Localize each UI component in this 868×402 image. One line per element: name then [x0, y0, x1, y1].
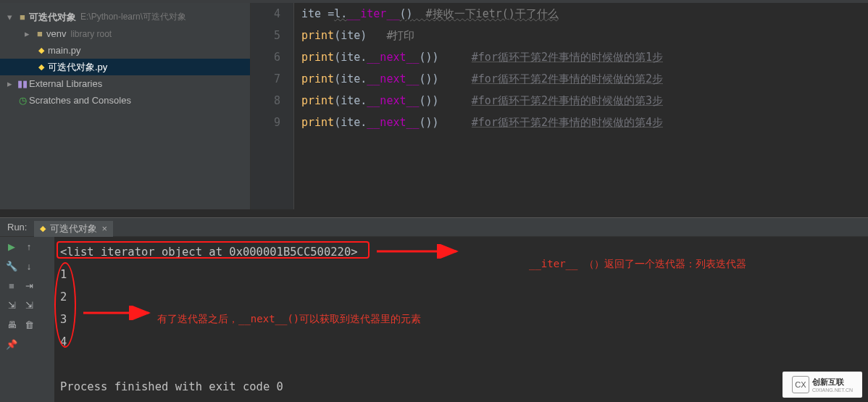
project-path: E:\Python-learn\可迭代对象	[80, 11, 186, 23]
scratches-label: Scratches and Consoles	[29, 95, 131, 106]
top-pane: ▾ ■ 可迭代对象 E:\Python-learn\可迭代对象 ▸ ■ venv…	[0, 3, 868, 209]
venv-note: library root	[70, 29, 112, 39]
up-icon[interactable]: ↑	[27, 241, 32, 252]
rerun-icon[interactable]: ▶	[8, 241, 15, 252]
file-label: 可迭代对象.py	[48, 61, 107, 74]
console-line: 4	[60, 331, 862, 353]
chevron-right-icon[interactable]: ▸	[7, 78, 16, 89]
file-label: main.py	[48, 45, 81, 56]
line-gutter: 4 5 6 7 8 9	[251, 3, 294, 209]
line-number: 6	[251, 46, 280, 68]
wrench-icon[interactable]: 🔧	[6, 261, 17, 272]
code-line: print(ite.__next__()) #for循环干第2件事情的时候做的第…	[301, 46, 868, 68]
watermark-logo: CX	[792, 376, 809, 393]
code-line: print(ite.__next__()) #for循环干第2件事情的时候做的第…	[301, 90, 868, 112]
python-file-icon: ◆	[40, 224, 46, 233]
run-tab-label: 可迭代对象	[50, 222, 97, 235]
file-active[interactable]: ◆ 可迭代对象.py	[0, 59, 250, 75]
print-icon[interactable]: 🖶	[7, 319, 17, 330]
scratches-node[interactable]: ◷ Scratches and Consoles	[0, 92, 250, 109]
run-tab-bar: Run: ◆ 可迭代对象 ×	[0, 218, 868, 237]
arrow-right-icon	[83, 306, 156, 320]
scratches-icon: ◷	[16, 95, 29, 106]
down-icon[interactable]: ↓	[27, 261, 32, 272]
venv-node[interactable]: ▸ ■ venv library root	[0, 25, 250, 42]
code-line: ite =l.__iter__() #接收一下ietr()干了什么	[301, 3, 868, 25]
watermark: CX 创新互联 CIXIANG.NET.CN	[783, 372, 862, 398]
run-tab[interactable]: ◆ 可迭代对象 ×	[34, 221, 113, 237]
arrow-right-icon	[377, 244, 464, 259]
project-name: 可迭代对象	[29, 11, 76, 24]
line-number: 8	[251, 90, 280, 112]
exit-icon[interactable]: ⇲	[8, 300, 16, 311]
annotation-text-1: __iter__ （）返回了一个迭代器：列表迭代器	[529, 253, 746, 275]
blank-line	[60, 353, 862, 376]
scroll-icon[interactable]: ⇲	[25, 300, 33, 311]
watermark-sub: CIXIANG.NET.CN	[812, 388, 853, 393]
console-line: Process finished with exit code 0	[60, 376, 862, 398]
run-panel: Run: ◆ 可迭代对象 × ▶ 🔧 ■ ⇲ 🖶 📌 ↑ ↓ ⇥ ⇲ 🗑	[0, 217, 868, 402]
line-number: 7	[251, 68, 280, 90]
external-label: External Libraries	[29, 78, 102, 89]
chevron-down-icon[interactable]: ▾	[7, 12, 16, 22]
code-line: print(ite.__next__()) #for循环干第2件事情的时候做的第…	[301, 68, 868, 90]
console-line: 2	[60, 286, 862, 309]
external-libraries[interactable]: ▸ ▮▮ External Libraries	[0, 75, 250, 92]
folder-icon: ■	[33, 28, 46, 39]
trash-icon[interactable]: 🗑	[25, 319, 34, 330]
project-tree: ▾ ■ 可迭代对象 E:\Python-learn\可迭代对象 ▸ ■ venv…	[0, 3, 251, 209]
run-toolbar: ▶ 🔧 ■ ⇲ 🖶 📌 ↑ ↓ ⇥ ⇲ 🗑	[0, 237, 54, 402]
file-main[interactable]: ◆ main.py	[0, 42, 250, 59]
annotation-text-2: 有了迭代器之后，__next__()可以获取到迭代器里的元素	[157, 308, 421, 330]
pin-icon[interactable]: 📌	[6, 339, 17, 350]
python-file-icon: ◆	[35, 62, 48, 72]
code-line: print(ite) #打印	[301, 25, 868, 46]
run-body: ▶ 🔧 ■ ⇲ 🖶 📌 ↑ ↓ ⇥ ⇲ 🗑 <list_iterator obj…	[0, 237, 868, 402]
code-area[interactable]: ite =l.__iter__() #接收一下ietr()干了什么 print(…	[294, 3, 868, 209]
line-number: 9	[251, 112, 280, 133]
line-number: 4	[251, 3, 280, 25]
code-line: print(ite.__next__()) #for循环干第2件事情的时候做的第…	[301, 112, 868, 133]
libraries-icon: ▮▮	[16, 78, 29, 89]
console-output[interactable]: <list_iterator object at 0x000001B5CC500…	[54, 237, 868, 402]
code-editor[interactable]: 4 5 6 7 8 9 ite =l.__iter__() #接收一下ietr(…	[251, 3, 868, 209]
stop-icon[interactable]: ■	[9, 280, 14, 291]
python-file-icon: ◆	[35, 46, 48, 55]
close-icon[interactable]: ×	[101, 223, 107, 234]
project-root[interactable]: ▾ ■ 可迭代对象 E:\Python-learn\可迭代对象	[0, 9, 250, 25]
venv-label: venv	[46, 28, 66, 39]
run-label: Run:	[0, 222, 34, 233]
watermark-text: 创新互联	[812, 377, 853, 388]
folder-icon: ■	[16, 12, 29, 22]
line-number: 5	[251, 25, 280, 46]
soft-wrap-icon[interactable]: ⇥	[25, 280, 33, 291]
chevron-right-icon[interactable]: ▸	[25, 28, 33, 39]
